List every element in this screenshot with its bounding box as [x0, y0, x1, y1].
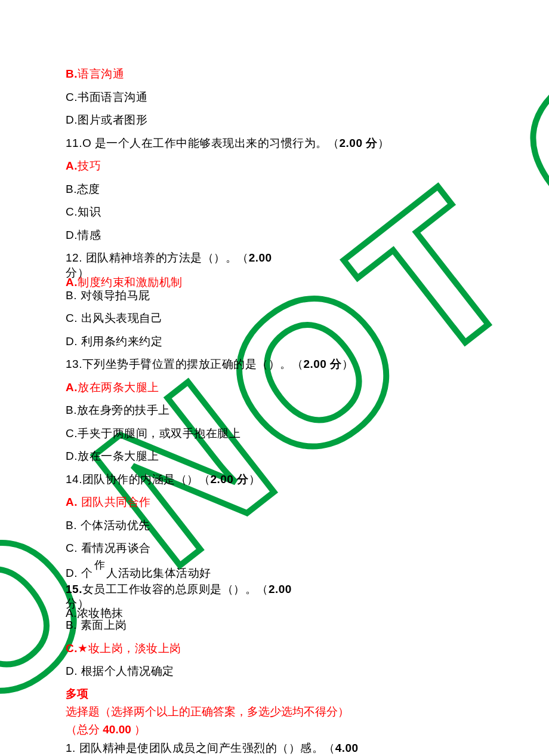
q11-stem: 11.O 是一个人在工作中能够表现出来的习惯行为。（2.00 分）: [66, 135, 465, 152]
q10-option-d: D.图片或者图形: [66, 112, 465, 129]
q11-option-c: C.知识: [66, 204, 465, 221]
points-text: 4.00: [335, 742, 359, 754]
q10-option-c: C.书面语言沟通: [66, 89, 465, 106]
q13-option-b: B.放在身旁的扶手上: [66, 402, 465, 419]
points-text: 2.00: [249, 251, 272, 264]
q13-stem: 13.下列坐势手臂位置的摆放正确的是（）。（2.00 分）: [66, 356, 465, 373]
section-multi-sub-l2: （总分 40.00 ）: [66, 722, 465, 737]
stem-end: ）: [342, 358, 354, 370]
q15-stem-l1: 15.女员工工作妆容的总原则是（）。（2.00: [66, 581, 465, 598]
question-content: B.语言沟通 C.书面语言沟通 D.图片或者图形 11.O 是一个人在工作中能够…: [0, 0, 465, 756]
stem-text: 1. 团队精神是使团队成员之间产生强烈的（）感。（: [66, 742, 335, 754]
option-letter: C.: [66, 642, 78, 654]
mq1-stem-l1: 1. 团队精神是使团队成员之间产生强烈的（）感。（4.00: [66, 740, 465, 757]
q14-option-a: A. 团队共同合作: [66, 494, 465, 511]
q14-option-b: B. 个体活动优先: [66, 517, 465, 534]
option-letter: A.: [66, 496, 78, 508]
q10-option-b: B.语言沟通: [66, 66, 465, 83]
option-text: 放在两条大腿上: [78, 381, 159, 394]
q12-stem-l1: 12. 团队精神培养的方法是（）。（2.00: [66, 250, 465, 267]
q13-option-c: C.手夹于两腿间，或双手抱在腿上: [66, 425, 465, 442]
option-text: ★妆上岗，淡妆上岗: [78, 642, 181, 654]
q13-option-a: A.放在两条大腿上: [66, 379, 465, 397]
stem-end: ）: [378, 137, 390, 149]
q12-option-a: A.制度约束和激励机制: [66, 274, 183, 291]
sub-l2-p1: （总分: [66, 723, 103, 736]
q11-option-a: A.技巧: [66, 158, 465, 175]
q13-option-d: D.放在一条大腿上: [66, 448, 465, 465]
q12-option-c: C. 出风头表现自己: [66, 310, 465, 327]
section-multi-head: 多项: [66, 686, 465, 702]
stem-text: 14.团队协作的内涵是（）（: [66, 473, 210, 485]
q15-num: 15.: [66, 583, 82, 595]
option-letter: B.: [66, 67, 78, 80]
stem-end: ）: [249, 473, 261, 485]
option-letter: A.: [66, 276, 78, 288]
q11-option-b: B.态度: [66, 181, 465, 198]
option-text: 团队共同合作: [81, 496, 151, 508]
q15-option-a: A.浓妆艳抹: [66, 605, 124, 622]
stem-text: 13.下列坐势手臂位置的摆放正确的是（）。（: [66, 358, 303, 370]
sub-l2-p3: ）: [131, 723, 146, 736]
q14-option-d: D. 个 作 人活动比集体活动好: [66, 563, 465, 581]
q15-option-d: D. 根据个人情况确定: [66, 663, 465, 680]
sub-l2-p2: 40.00: [103, 723, 131, 736]
stem-text: 女员工工作妆容的总原则是（）。（: [82, 583, 269, 595]
option-letter: A.: [66, 159, 78, 172]
stem-text: 12. 团队精神培养的方法是（）。（: [66, 251, 249, 264]
section-multi-sub-l1: 选择题（选择两个以上的正确答案，多选少选均不得分）: [66, 704, 465, 720]
points-text: 2.00: [269, 583, 292, 595]
q12-option-d: D. 利用条约来约定: [66, 333, 465, 351]
points-text: 2.00 分: [339, 137, 377, 149]
option-text: 技巧: [78, 159, 101, 172]
points-text: 2.00 分: [210, 473, 248, 485]
q15-option-b: B. 素面上岗: [66, 617, 465, 634]
option-d-p2: 作: [94, 557, 106, 573]
points-text: 2.00 分: [303, 358, 341, 370]
q15-option-c: C.★妆上岗，淡妆上岗: [66, 640, 465, 657]
option-text: 语言沟通: [78, 67, 124, 80]
stem-text: 11.O 是一个人在工作中能够表现出来的习惯行为。（: [66, 137, 339, 149]
option-d-p3: 人活动比集体活动好: [106, 565, 211, 582]
q14-stem: 14.团队协作的内涵是（）（2.00 分）: [66, 471, 465, 488]
page: DO NOT COPY B.语言沟通 C.书面语言沟通 D.图片或者图形 11.…: [0, 0, 549, 756]
q11-option-d: D.情感: [66, 227, 465, 244]
option-letter: A.: [66, 381, 78, 394]
option-text: 制度约束和激励机制: [78, 276, 183, 288]
option-d-p1: D. 个: [66, 565, 92, 582]
q14-option-c: C. 看情况再谈合: [66, 540, 465, 557]
